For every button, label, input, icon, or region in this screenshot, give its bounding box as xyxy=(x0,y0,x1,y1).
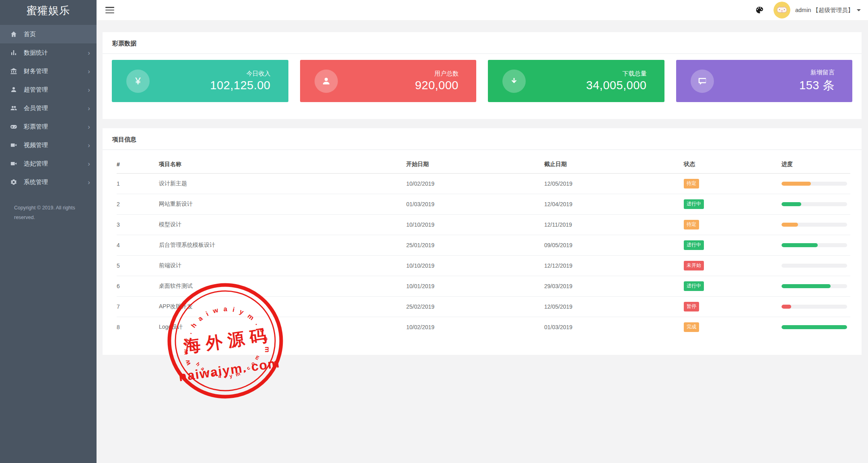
video-icon xyxy=(10,160,18,168)
chevron-right-icon: › xyxy=(88,142,90,149)
stat-value: 34,005,000 xyxy=(586,79,646,92)
chevron-right-icon: › xyxy=(88,123,90,130)
stat-label: 用户总数 xyxy=(415,70,459,78)
admin-dropdown[interactable]: admin 【超级管理员】 xyxy=(795,6,861,14)
brand-title: 蜜獾娱乐 xyxy=(0,0,97,21)
sidebar: 蜜獾娱乐 首页数据统计›财务管理›超管管理›会员管理›彩票管理›视频管理›选妃管… xyxy=(0,0,97,463)
cell-name: 模型设计 xyxy=(159,215,406,235)
sidebar-item-7[interactable]: 选妃管理› xyxy=(0,154,97,173)
cell-end-date: 12/11/2019 xyxy=(544,215,684,235)
theme-palette-icon[interactable] xyxy=(754,5,765,15)
sidebar-item-8[interactable]: 系统管理› xyxy=(0,173,97,191)
cell-end-date: 01/03/2019 xyxy=(544,317,684,338)
cell-start-date: 10/02/2019 xyxy=(406,174,544,194)
home-icon xyxy=(10,30,18,38)
chevron-right-icon: › xyxy=(88,105,90,112)
col-index: # xyxy=(117,154,159,174)
col-progress: 进度 xyxy=(782,154,850,174)
user-icon xyxy=(10,86,18,94)
cell-end-date: 12/05/2019 xyxy=(544,297,684,317)
sidebar-item-2[interactable]: 财务管理› xyxy=(0,62,97,80)
table-row: 7APP改版开发25/02/201912/05/2019暂停 xyxy=(117,297,850,317)
stats-panel-title: 彩票数据 xyxy=(103,32,862,54)
gamepad-icon xyxy=(10,123,18,131)
col-name: 项目名称 xyxy=(159,154,406,174)
sidebar-item-3[interactable]: 超管管理› xyxy=(0,80,97,99)
video-icon xyxy=(10,141,18,149)
stat-label: 新增留言 xyxy=(799,69,835,76)
stat-card-0: ¥今日收入102,125.00 xyxy=(112,60,288,102)
chevron-right-icon: › xyxy=(88,179,90,186)
chevron-right-icon: › xyxy=(88,160,90,167)
projects-panel-title: 项目信息 xyxy=(103,128,862,150)
admin-label: admin 【超级管理员】 xyxy=(795,6,854,14)
progress-bar xyxy=(782,264,847,268)
sidebar-item-1[interactable]: 数据统计› xyxy=(0,43,97,62)
progress-bar xyxy=(782,243,847,247)
progress-bar xyxy=(782,325,847,329)
table-row: 2网站重新设计01/03/201912/04/2019进行中 xyxy=(117,194,850,215)
table-row: 3模型设计10/10/201912/11/2019待定 xyxy=(117,215,850,235)
sidebar-nav: 首页数据统计›财务管理›超管管理›会员管理›彩票管理›视频管理›选妃管理›系统管… xyxy=(0,25,97,191)
yen-icon: ¥ xyxy=(126,70,150,93)
table-row: 4后台管理系统模板设计25/01/201909/05/2019进行中 xyxy=(117,235,850,256)
sidebar-item-6[interactable]: 视频管理› xyxy=(0,136,97,154)
cell-end-date: 29/03/2019 xyxy=(544,276,684,297)
stat-label: 今日收入 xyxy=(210,70,270,78)
stats-panel: 彩票数据 ¥今日收入102,125.00用户总数920,000下载总量34,00… xyxy=(103,32,862,119)
cell-index: 1 xyxy=(117,174,159,194)
status-badge: 进行中 xyxy=(684,199,704,209)
cell-name: 设计新主题 xyxy=(159,174,406,194)
col-end-date: 截止日期 xyxy=(544,154,684,174)
cell-start-date: 10/10/2019 xyxy=(406,256,544,276)
bar-chart-icon xyxy=(10,49,18,57)
progress-bar xyxy=(782,202,847,206)
cell-index: 8 xyxy=(117,317,159,338)
sidebar-item-5[interactable]: 彩票管理› xyxy=(0,117,97,136)
table-row: 6桌面软件测试10/01/201929/03/2019进行中 xyxy=(117,276,850,297)
bank-icon xyxy=(10,67,18,75)
top-header: admin 【超级管理员】 xyxy=(97,0,868,20)
stat-value: 920,000 xyxy=(415,79,459,92)
stat-value: 102,125.00 xyxy=(210,79,270,92)
users-icon xyxy=(10,104,18,112)
cell-name: 桌面软件测试 xyxy=(159,276,406,297)
chevron-right-icon: › xyxy=(88,68,90,75)
avatar[interactable] xyxy=(773,2,790,18)
hamburger-menu-icon[interactable] xyxy=(105,7,114,13)
sidebar-item-4[interactable]: 会员管理› xyxy=(0,99,97,117)
cell-name: 前端设计 xyxy=(159,256,406,276)
cell-index: 3 xyxy=(117,215,159,235)
chevron-down-icon xyxy=(857,9,861,11)
col-status: 状态 xyxy=(684,154,782,174)
cell-name: 网站重新设计 xyxy=(159,194,406,215)
cell-start-date: 10/01/2019 xyxy=(406,276,544,297)
progress-bar xyxy=(782,284,847,288)
cell-end-date: 12/05/2019 xyxy=(544,174,684,194)
main-content: 彩票数据 ¥今日收入102,125.00用户总数920,000下载总量34,00… xyxy=(97,20,868,463)
download-icon xyxy=(502,70,526,93)
sidebar-item-0[interactable]: 首页 xyxy=(0,25,97,43)
progress-bar xyxy=(782,305,847,309)
projects-table-body: 1设计新主题10/02/201912/05/2019待定2网站重新设计01/03… xyxy=(117,174,850,338)
status-badge: 待定 xyxy=(684,179,699,188)
status-badge: 待定 xyxy=(684,220,699,229)
status-badge: 进行中 xyxy=(684,240,704,250)
cell-start-date: 25/02/2019 xyxy=(406,297,544,317)
status-badge: 完成 xyxy=(684,322,699,332)
cell-index: 2 xyxy=(117,194,159,215)
stat-cards-row: ¥今日收入102,125.00用户总数920,000下载总量34,005,000… xyxy=(103,54,862,119)
cell-name: Logo设计 xyxy=(159,317,406,338)
cell-start-date: 25/01/2019 xyxy=(406,235,544,256)
user-icon xyxy=(315,70,338,93)
progress-bar xyxy=(782,223,847,227)
status-badge: 暂停 xyxy=(684,302,699,311)
cell-end-date: 12/12/2019 xyxy=(544,256,684,276)
gear-icon xyxy=(10,178,18,186)
copyright-text: Copyright © 2019. All rights reserved. xyxy=(14,203,86,223)
stat-card-1: 用户总数920,000 xyxy=(300,60,477,102)
stat-card-2: 下载总量34,005,000 xyxy=(488,60,664,102)
stat-label: 下载总量 xyxy=(586,70,646,78)
chevron-right-icon: › xyxy=(88,49,90,56)
stat-card-3: 新增留言153 条 xyxy=(676,60,853,102)
